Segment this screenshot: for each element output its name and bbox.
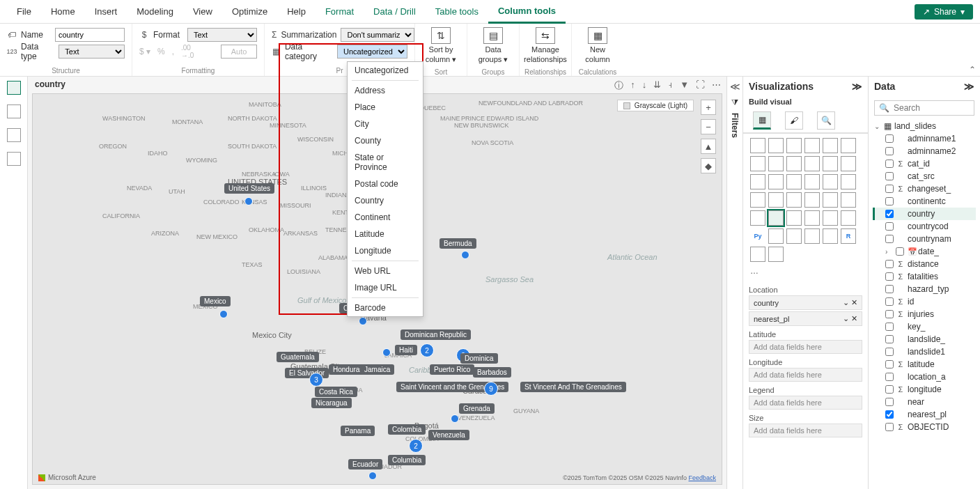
format-tab[interactable]: 🖌 bbox=[785, 111, 803, 130]
data-point-label[interactable]: Bermuda bbox=[440, 238, 476, 249]
field-id[interactable]: Σid bbox=[873, 295, 976, 308]
expand-down-button[interactable]: ⇊ bbox=[653, 79, 661, 92]
data-groups-button[interactable]: ▤ Data groups ▾ bbox=[470, 24, 516, 67]
field-checkbox[interactable] bbox=[885, 185, 894, 193]
viz-type-15[interactable] bbox=[804, 174, 820, 189]
viz-type-13[interactable] bbox=[768, 174, 784, 189]
data-category-option[interactable]: Barcode bbox=[348, 300, 423, 316]
analytics-tab[interactable]: 🔍 bbox=[817, 111, 835, 130]
field-checkbox[interactable] bbox=[885, 235, 894, 243]
field-checkbox[interactable] bbox=[885, 310, 894, 318]
data-search-input[interactable]: 🔍 Search bbox=[874, 100, 974, 116]
data-point-label[interactable]: Panama bbox=[341, 426, 375, 436]
focus-button[interactable]: ⛶ bbox=[696, 79, 705, 92]
field-checkbox[interactable] bbox=[885, 197, 894, 205]
field-key_[interactable]: key_ bbox=[873, 320, 976, 333]
field-countrycod[interactable]: countrycod bbox=[873, 220, 976, 233]
viz-type-16[interactable] bbox=[823, 174, 838, 189]
data-category-select[interactable]: Uncategorized bbox=[337, 45, 407, 59]
data-point-label[interactable]: Barbados bbox=[473, 367, 511, 378]
zoom-in-button[interactable]: + bbox=[701, 100, 716, 115]
well-field-location[interactable]: nearest_pl⌄ ✕ bbox=[749, 311, 862, 326]
data-point-bubble[interactable]: 9 bbox=[484, 382, 498, 396]
viz-type-36[interactable] bbox=[750, 247, 765, 262]
data-category-option[interactable]: Uncategorized bbox=[348, 62, 423, 79]
field-checkbox[interactable] bbox=[885, 335, 894, 343]
tab-format[interactable]: Format bbox=[316, 1, 364, 22]
drill-down-button[interactable]: ↓ bbox=[642, 79, 647, 92]
share-button[interactable]: ↗ Share ▾ bbox=[915, 4, 973, 20]
field-landslide_[interactable]: landslide_ bbox=[873, 333, 976, 346]
viz-type-24[interactable] bbox=[750, 210, 765, 226]
thousands-button[interactable]: , bbox=[172, 47, 174, 56]
data-category-option[interactable]: Image URL bbox=[348, 279, 423, 296]
field-checkbox[interactable] bbox=[885, 172, 894, 180]
tab-data-drill[interactable]: Data / Drill bbox=[364, 1, 426, 22]
data-point-label[interactable]: Mexico bbox=[200, 296, 231, 306]
field-checkbox[interactable] bbox=[885, 348, 894, 356]
data-point-bubble[interactable] bbox=[244, 197, 253, 205]
field-location_a[interactable]: location_a bbox=[873, 371, 976, 383]
field-continentc[interactable]: continentc bbox=[873, 195, 976, 208]
data-point-bubble[interactable] bbox=[368, 472, 377, 480]
data-point-label[interactable]: Nicaragua bbox=[311, 398, 352, 408]
field-adminname2[interactable]: adminname2 bbox=[873, 145, 976, 157]
data-point-bubble[interactable]: 3 bbox=[309, 373, 323, 387]
field-checkbox[interactable] bbox=[885, 323, 894, 331]
field-checkbox[interactable] bbox=[885, 260, 894, 268]
field-checkbox[interactable] bbox=[885, 410, 894, 419]
map-pitch-button[interactable]: ◆ bbox=[701, 158, 716, 173]
data-point-label[interactable]: Costa Rica bbox=[315, 387, 357, 397]
viz-type-23[interactable] bbox=[841, 192, 856, 208]
format-select[interactable]: Text bbox=[187, 28, 257, 42]
field-checkbox[interactable] bbox=[885, 210, 894, 218]
data-category-option[interactable]: County bbox=[348, 132, 423, 149]
currency-button[interactable]: $ ▾ bbox=[139, 47, 150, 56]
tab-view[interactable]: View bbox=[183, 1, 222, 22]
decimal-button[interactable]: .00→.0 bbox=[181, 44, 194, 59]
new-column-button[interactable]: ▦ New column bbox=[575, 24, 621, 67]
tab-table-tools[interactable]: Table tools bbox=[426, 1, 488, 22]
filter-button[interactable]: ▼ bbox=[680, 79, 689, 92]
field-nearest_pl[interactable]: nearest_pl bbox=[873, 408, 976, 421]
data-point-label[interactable]: Grenada bbox=[459, 403, 495, 414]
data-category-option[interactable]: Web URL bbox=[348, 263, 423, 279]
field-checkbox[interactable] bbox=[885, 297, 894, 306]
viz-type-8[interactable] bbox=[786, 156, 802, 171]
data-point-label[interactable]: Dominican Republic bbox=[400, 329, 471, 340]
data-point-label[interactable]: Venezuela bbox=[428, 430, 469, 440]
feedback-link[interactable]: Feedback bbox=[688, 474, 716, 481]
viz-type-0[interactable] bbox=[750, 138, 765, 153]
data-point-bubble[interactable]: 2 bbox=[420, 343, 434, 357]
summarization-select[interactable]: Don't summarize bbox=[341, 28, 414, 42]
field-checkbox[interactable] bbox=[885, 360, 894, 368]
data-category-option[interactable]: Postal code bbox=[348, 176, 423, 192]
viz-type-26[interactable] bbox=[786, 210, 802, 226]
more-button[interactable]: ⋯ bbox=[712, 79, 721, 92]
data-point-label[interactable]: Colombia bbox=[388, 424, 426, 435]
field-checkbox[interactable] bbox=[885, 385, 894, 394]
data-category-option[interactable]: Country bbox=[348, 192, 423, 209]
viz-type-30[interactable]: Py bbox=[750, 228, 765, 244]
sort-by-column-button[interactable]: ⇅ Sort by column ▾ bbox=[418, 24, 464, 67]
data-category-option[interactable]: Address bbox=[348, 82, 423, 99]
expand-filters-button[interactable]: ≪ bbox=[730, 81, 740, 92]
viz-type-6[interactable] bbox=[750, 156, 765, 171]
field-cat_id[interactable]: Σcat_id bbox=[873, 157, 976, 170]
tab-insert[interactable]: Insert bbox=[85, 1, 127, 22]
tab-home[interactable]: Home bbox=[41, 1, 85, 22]
viz-type-12[interactable] bbox=[750, 174, 765, 189]
build-tab[interactable]: ▦ bbox=[753, 111, 771, 130]
viz-type-35[interactable]: R bbox=[841, 228, 856, 244]
data-point-bubble[interactable]: 2 bbox=[409, 439, 423, 453]
datatype-select[interactable]: Text bbox=[59, 45, 125, 59]
well-placeholder-latitude[interactable]: Add data fields here bbox=[749, 340, 862, 354]
dax-view-button[interactable] bbox=[7, 152, 21, 166]
viz-type-1[interactable] bbox=[768, 138, 784, 153]
map-style-badge[interactable]: Grayscale (Light) bbox=[617, 100, 694, 111]
drill-info-button[interactable]: ⓘ bbox=[614, 79, 623, 92]
field-checkbox[interactable] bbox=[885, 147, 894, 155]
field-near[interactable]: near bbox=[873, 396, 976, 408]
field-longitude[interactable]: Σlongitude bbox=[873, 383, 976, 396]
manage-relationships-button[interactable]: ⇆ Manage relationships bbox=[522, 24, 568, 67]
